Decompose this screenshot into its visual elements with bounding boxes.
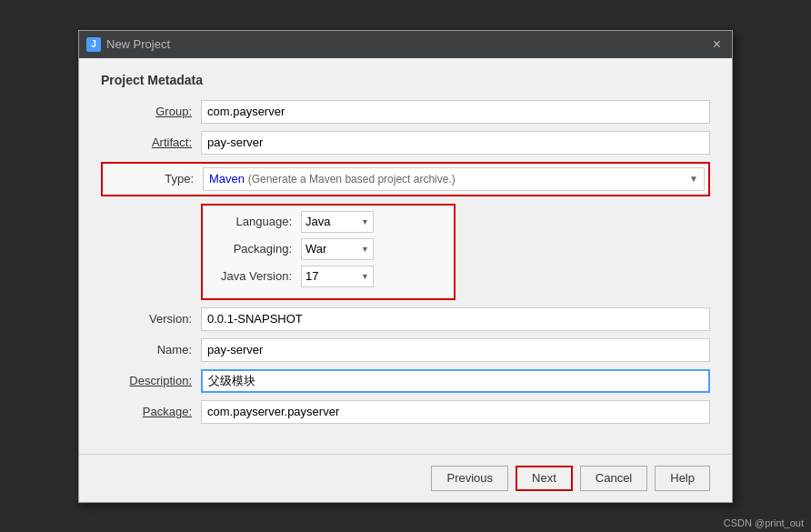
language-label: Language: [210,215,301,228]
type-value: Maven (Generate a Maven based project ar… [209,172,456,186]
java-version-select[interactable]: 17 ▼ [301,266,374,287]
java-version-chevron-icon: ▼ [361,272,369,281]
type-label: Type: [106,172,203,186]
type-maven-text: Maven [209,172,245,186]
description-label: Description: [101,374,201,387]
packaging-chevron-icon: ▼ [361,245,369,254]
lang-packaging-section: Language: Java ▼ Packaging: War ▼ Java V… [201,204,456,300]
help-button[interactable]: Help [655,466,710,491]
language-select[interactable]: Java ▼ [301,211,374,233]
language-row: Language: Java ▼ [210,211,446,233]
type-row: Type: Maven (Generate a Maven based proj… [101,162,710,196]
language-value: Java [305,215,330,228]
packaging-value: War [305,242,326,256]
dialog-footer: Previous Next Cancel Help [79,454,732,502]
packaging-row: Packaging: War ▼ [210,238,446,260]
app-icon: J [86,37,101,52]
dialog-body: Project Metadata Group: Artifact: Type: … [79,58,732,454]
new-project-dialog: J New Project × Project Metadata Group: … [78,30,733,503]
package-input[interactable] [201,400,710,424]
previous-button[interactable]: Previous [431,466,508,491]
name-row: Name: [101,338,710,362]
version-row: Version: [101,307,710,331]
version-label: Version: [101,312,201,326]
watermark: CSDN @print_out [724,517,804,528]
title-bar-left: J New Project [86,37,170,52]
java-version-label: Java Version: [210,269,301,283]
section-title: Project Metadata [101,73,710,87]
version-input[interactable] [201,307,710,331]
packaging-select[interactable]: War ▼ [301,238,374,260]
package-label: Package: [101,405,201,418]
java-version-value: 17 [305,269,318,283]
dialog-title: New Project [106,37,170,51]
name-label: Name: [101,343,201,356]
next-button[interactable]: Next [516,466,573,491]
type-desc-text: (Generate a Maven based project archive.… [248,173,456,186]
close-button[interactable]: × [709,35,725,54]
language-chevron-icon: ▼ [361,217,369,226]
package-row: Package: [101,400,710,424]
group-row: Group: [101,100,710,124]
artifact-input[interactable] [201,131,710,155]
artifact-row: Artifact: [101,131,710,155]
description-row: Description: [101,369,710,393]
title-bar: J New Project × [79,31,732,58]
name-input[interactable] [201,338,710,362]
artifact-label: Artifact: [101,136,201,149]
group-label: Group: [101,105,201,118]
cancel-button[interactable]: Cancel [580,466,647,491]
java-version-row: Java Version: 17 ▼ [210,266,446,287]
group-input[interactable] [201,100,710,124]
description-input[interactable] [201,369,710,393]
packaging-label: Packaging: [210,242,301,256]
type-select[interactable]: Maven (Generate a Maven based project ar… [203,167,705,191]
type-chevron-icon: ▼ [689,174,698,184]
